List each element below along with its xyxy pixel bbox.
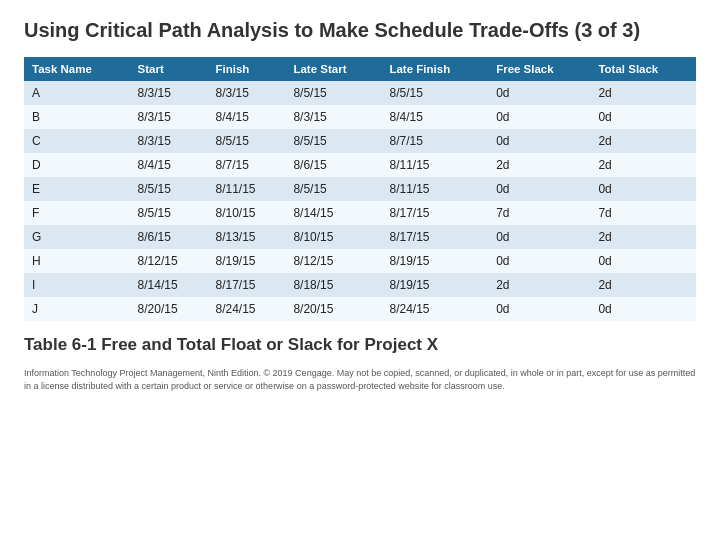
table-cell: 0d [590,105,696,129]
table-cell: 8/5/15 [207,129,285,153]
table-cell: 8/14/15 [285,201,381,225]
table-cell: 8/17/15 [207,273,285,297]
table-cell: G [24,225,130,249]
table-cell: 8/3/15 [130,81,208,105]
table-cell: 0d [488,177,590,201]
table-cell: 8/18/15 [285,273,381,297]
table-cell: 8/7/15 [207,153,285,177]
table-cell: 2d [590,273,696,297]
table-cell: 8/3/15 [130,105,208,129]
table-cell: F [24,201,130,225]
table-cell: 2d [590,225,696,249]
schedule-table: Task NameStartFinishLate StartLate Finis… [24,57,696,321]
table-cell: 8/11/15 [207,177,285,201]
table-cell: 8/6/15 [130,225,208,249]
table-cell: 8/3/15 [130,129,208,153]
table-cell: 8/12/15 [130,249,208,273]
table-row: J8/20/158/24/158/20/158/24/150d0d [24,297,696,321]
table-cell: C [24,129,130,153]
table-cell: E [24,177,130,201]
table-cell: 8/11/15 [381,153,488,177]
table-cell: 8/12/15 [285,249,381,273]
table-cell: 2d [590,129,696,153]
table-header-start: Start [130,57,208,81]
table-cell: 8/10/15 [207,201,285,225]
table-row: G8/6/158/13/158/10/158/17/150d2d [24,225,696,249]
table-cell: 8/5/15 [130,177,208,201]
table-cell: 8/5/15 [381,81,488,105]
table-cell: 8/4/15 [130,153,208,177]
table-row: A8/3/158/3/158/5/158/5/150d2d [24,81,696,105]
table-row: H8/12/158/19/158/12/158/19/150d0d [24,249,696,273]
table-header-row: Task NameStartFinishLate StartLate Finis… [24,57,696,81]
table-cell: 0d [590,249,696,273]
table-cell: 0d [488,225,590,249]
table-cell: B [24,105,130,129]
table-row: B8/3/158/4/158/3/158/4/150d0d [24,105,696,129]
table-row: E8/5/158/11/158/5/158/11/150d0d [24,177,696,201]
table-cell: 8/3/15 [207,81,285,105]
footer-text: Information Technology Project Managemen… [24,367,696,393]
table-cell: 8/7/15 [381,129,488,153]
table-header-total-slack: Total Slack [590,57,696,81]
table-cell: 0d [488,249,590,273]
table-cell: 8/11/15 [381,177,488,201]
table-cell: 8/5/15 [130,201,208,225]
table-cell: 8/17/15 [381,201,488,225]
table-header-task-name: Task Name [24,57,130,81]
table-cell: 0d [488,297,590,321]
table-header-late-finish: Late Finish [381,57,488,81]
table-cell: H [24,249,130,273]
table-cell: 8/4/15 [207,105,285,129]
table-cell: 2d [488,153,590,177]
table-cell: 0d [590,297,696,321]
table-cell: 8/24/15 [381,297,488,321]
page-container: Using Critical Path Analysis to Make Sch… [0,0,720,540]
table-cell: 8/6/15 [285,153,381,177]
table-cell: 8/20/15 [130,297,208,321]
table-row: D8/4/158/7/158/6/158/11/152d2d [24,153,696,177]
table-cell: 8/5/15 [285,129,381,153]
table-cell: 8/19/15 [381,273,488,297]
table-cell: 8/20/15 [285,297,381,321]
table-cell: 8/3/15 [285,105,381,129]
table-cell: 8/19/15 [207,249,285,273]
table-cell: 0d [488,81,590,105]
table-cell: 8/10/15 [285,225,381,249]
table-cell: 7d [590,201,696,225]
table-cell: 8/5/15 [285,177,381,201]
table-cell: 0d [488,105,590,129]
table-cell: 8/24/15 [207,297,285,321]
table-cell: 0d [488,129,590,153]
table-cell: 8/4/15 [381,105,488,129]
table-cell: 8/13/15 [207,225,285,249]
table-cell: D [24,153,130,177]
table-row: I8/14/158/17/158/18/158/19/152d2d [24,273,696,297]
page-title: Using Critical Path Analysis to Make Sch… [24,18,696,43]
table-cell: 2d [590,81,696,105]
table-header-late-start: Late Start [285,57,381,81]
table-row: C8/3/158/5/158/5/158/7/150d2d [24,129,696,153]
table-row: F8/5/158/10/158/14/158/17/157d7d [24,201,696,225]
table-header-finish: Finish [207,57,285,81]
table-cell: 2d [488,273,590,297]
table-caption: Table 6-1 Free and Total Float or Slack … [24,335,696,355]
table-cell: 8/14/15 [130,273,208,297]
table-header-free-slack: Free Slack [488,57,590,81]
table-cell: I [24,273,130,297]
table-cell: J [24,297,130,321]
table-cell: 8/5/15 [285,81,381,105]
table-cell: 8/19/15 [381,249,488,273]
table-cell: 0d [590,177,696,201]
table-cell: A [24,81,130,105]
table-cell: 7d [488,201,590,225]
table-body: A8/3/158/3/158/5/158/5/150d2dB8/3/158/4/… [24,81,696,321]
table-cell: 2d [590,153,696,177]
table-cell: 8/17/15 [381,225,488,249]
